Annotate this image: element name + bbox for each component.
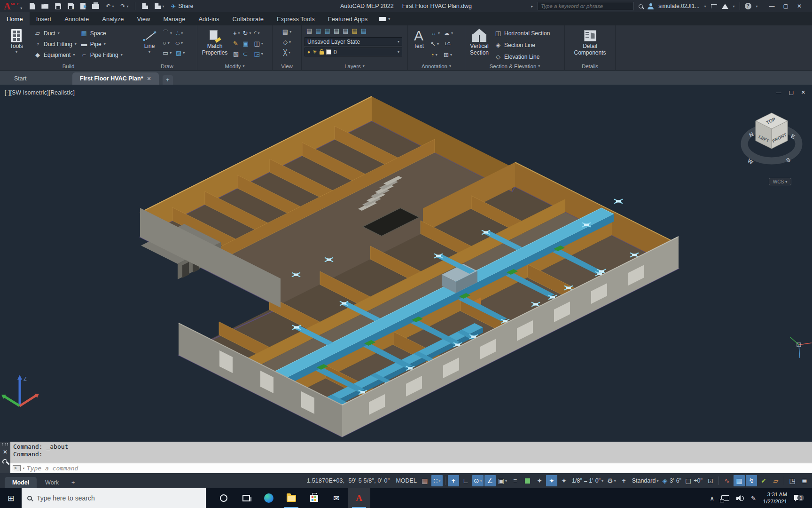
new-layout-button[interactable]: + (67, 477, 79, 488)
table-button[interactable]: ⊞▾ (444, 50, 453, 59)
command-input-row[interactable]: >_ ▾ Type a command (10, 463, 812, 473)
offset-button[interactable]: ⊂ (243, 49, 251, 58)
plot-button[interactable] (92, 4, 99, 9)
autodesk-logo-icon[interactable] (722, 4, 728, 9)
circle-button[interactable]: ○▾ (163, 39, 172, 47)
command-grip[interactable]: ✕ (0, 442, 10, 473)
layer-color-swatch[interactable] (326, 49, 331, 55)
tab-collaborate[interactable]: Collaborate (226, 12, 271, 25)
tab-view[interactable]: View (131, 12, 157, 25)
annotation-scale-value[interactable]: 1/8" = 1'-0"▾ (570, 475, 605, 486)
new-file-button[interactable] (30, 3, 35, 9)
file-tab-start[interactable]: Start (7, 72, 68, 85)
chevron-down-icon[interactable]: ▾ (438, 31, 440, 35)
panel-label-details[interactable]: Details (565, 62, 615, 70)
horizontal-section-button[interactable]: ◫Horizontal Section (494, 29, 550, 38)
transfer-button[interactable] (80, 3, 86, 9)
section-line-button[interactable]: ◈Section Line (494, 40, 550, 49)
drawing-area[interactable]: [-][SW Isometric][Realistic] — ▢ ✕ N E W… (0, 85, 812, 442)
layer-previous-icon[interactable]: ▤ (361, 27, 367, 34)
tab-add-ins[interactable]: Add-ins (192, 12, 226, 25)
object-snap-toggle[interactable]: ▣▾ (497, 475, 508, 486)
tab-featured-apps[interactable]: Featured Apps (321, 12, 375, 25)
qat-more-button[interactable]: ▾ (155, 3, 164, 9)
chevron-down-icon[interactable]: ▾ (451, 31, 453, 35)
viewport-minimize-button[interactable]: — (776, 89, 781, 95)
chevron-down-icon[interactable]: ▾ (75, 42, 77, 46)
command-input-placeholder[interactable]: Type a command (27, 465, 78, 472)
chevron-down-icon[interactable]: ▾ (250, 31, 251, 35)
hardware-acceleration-toggle[interactable]: ▦ (734, 475, 745, 486)
tab-analyze[interactable]: Analyze (95, 12, 130, 25)
viewport-close-button[interactable]: ✕ (801, 89, 805, 95)
pen-icon[interactable]: ✎ (751, 495, 756, 502)
revision-cloud-button[interactable]: ☁▾ (444, 29, 453, 37)
unlock-icon[interactable] (320, 51, 324, 55)
chevron-down-icon[interactable]: ▾ (238, 31, 240, 35)
display-configuration-dropdown[interactable]: Standard▾ (631, 475, 660, 486)
lightbulb-icon[interactable]: ● (307, 49, 310, 55)
chevron-down-icon[interactable]: ▾ (181, 31, 183, 35)
tray-expand-chevron[interactable]: ∧ (710, 495, 714, 502)
taskbar-clock[interactable]: 3:31 AM 1/27/2021 (763, 491, 787, 505)
tab-express-tools[interactable]: Express Tools (270, 12, 321, 25)
clean-screen-button[interactable]: ◳ (787, 475, 798, 486)
ribbon-display-toggle[interactable]: ▾ (374, 12, 395, 25)
panel-label-section[interactable]: Section & Elevation▾ (465, 62, 564, 70)
equipment-button[interactable]: ◆Equipment▾ (34, 50, 77, 59)
move-button[interactable]: +▾ (233, 29, 240, 37)
performance-boost-toggle[interactable]: ↯ (746, 475, 757, 486)
chevron-down-icon[interactable]: ▾ (183, 51, 185, 55)
dimension-button[interactable]: ↔▾ (430, 29, 440, 37)
panel-label-view[interactable]: View (273, 62, 301, 70)
ortho-mode-toggle[interactable]: ∟ (460, 475, 471, 486)
layout-tab-model[interactable]: Model (5, 477, 37, 488)
copy-button[interactable]: ▣ (243, 39, 251, 48)
grid-display-toggle[interactable]: ▦ (419, 475, 430, 486)
space-button[interactable]: ▦Space (80, 29, 123, 38)
match-properties-button[interactable]: Match Properties (200, 27, 229, 56)
chevron-down-icon[interactable]: ▾ (704, 4, 706, 8)
open-file-button[interactable] (41, 4, 48, 9)
model-space-toggle[interactable]: MODEL (394, 475, 418, 486)
help-icon[interactable]: ? (745, 3, 751, 9)
object-snap-tracking-toggle[interactable]: ∠ (484, 475, 496, 486)
autocad-taskbar-button[interactable]: A (348, 488, 370, 508)
chevron-down-icon[interactable]: ▾ (289, 50, 290, 55)
text-button[interactable]: A Text (411, 27, 427, 50)
notification-center-button[interactable]: 1 (794, 492, 806, 504)
annotation-visibility-toggle[interactable]: ✦ (534, 475, 545, 486)
share-button[interactable]: ✈Share (171, 3, 193, 10)
cart-icon[interactable] (711, 4, 717, 8)
command-customize-icon[interactable] (2, 459, 8, 465)
chevron-down-icon[interactable]: ▾ (181, 41, 183, 45)
edge-button[interactable] (258, 488, 280, 508)
viewport-restore-button[interactable]: ▢ (789, 89, 793, 95)
xref-notification-button[interactable]: ▱ (770, 475, 781, 486)
speaker-icon[interactable] (736, 495, 744, 501)
layer-dropdown[interactable]: ● ☀ 0 ▾ (304, 48, 402, 56)
views-button[interactable]: ▤▾ (282, 27, 291, 36)
chevron-down-icon[interactable]: ▾ (756, 4, 758, 8)
file-tab-active-drawing[interactable]: First Floor HVAC Plan* ✕ (72, 72, 159, 85)
chevron-down-icon[interactable]: ▾ (23, 466, 25, 470)
drag-handle-icon[interactable] (2, 443, 8, 445)
3d-operations-button[interactable]: ▧ (233, 49, 240, 58)
minimize-button[interactable]: — (769, 3, 775, 9)
fillet-button[interactable]: ◜▾ (254, 29, 263, 37)
dynamic-input-toggle[interactable]: + (448, 475, 459, 486)
elevation-button[interactable]: ▢+0" (684, 475, 704, 486)
layer-match-icon[interactable]: ▤ (351, 27, 357, 34)
pipe-button[interactable]: ▬Pipe▾ (80, 40, 123, 48)
elevation-line-button[interactable]: ◇Elevation Line (494, 52, 550, 61)
mirror-button[interactable]: ◫▾ (254, 39, 263, 48)
chevron-down-icon[interactable]: ▾ (170, 31, 172, 35)
restore-button[interactable]: ▢ (783, 3, 789, 9)
close-button[interactable]: ✕ (797, 3, 802, 9)
chevron-down-icon[interactable]: ▾ (436, 53, 437, 57)
tab-annotate[interactable]: Annotate (58, 12, 95, 25)
arc-button[interactable]: ⌒▾ (163, 29, 172, 37)
save-button[interactable] (55, 3, 61, 9)
tools-button[interactable]: Tools ▾ (3, 27, 30, 54)
erase-button[interactable]: ✎ (233, 39, 240, 48)
